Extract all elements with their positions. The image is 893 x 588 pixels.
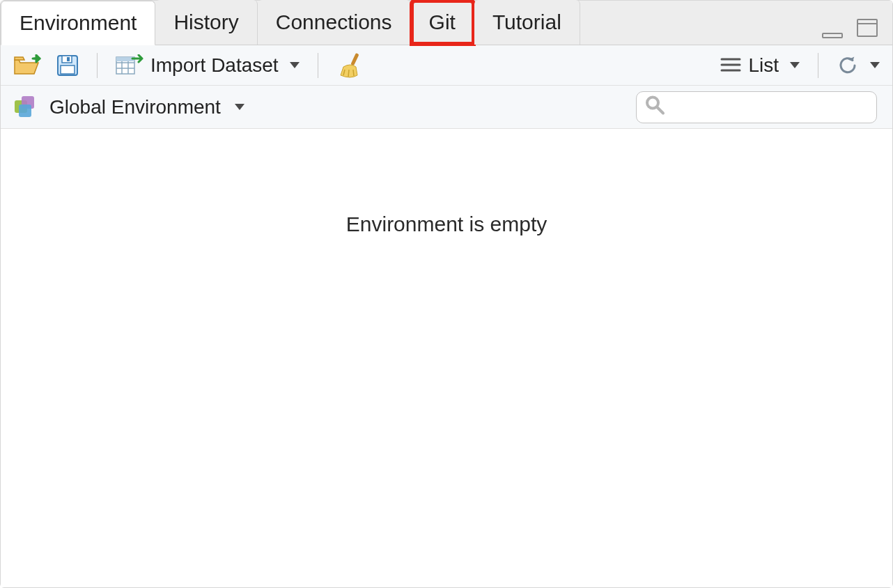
svg-line-16 [353, 70, 354, 76]
maximize-pane-button[interactable] [853, 15, 883, 42]
svg-rect-1 [857, 20, 877, 36]
svg-rect-0 [823, 33, 842, 38]
environments-icon [12, 93, 40, 121]
view-mode-button[interactable]: List [717, 52, 802, 79]
search-input[interactable] [636, 91, 877, 123]
tab-strip: Environment History Connections Git Tuto… [1, 1, 892, 45]
toolbar-separator [818, 53, 818, 78]
chevron-down-icon [235, 104, 244, 110]
maximize-icon [856, 18, 880, 39]
import-dataset-button[interactable]: Import Dataset [113, 52, 302, 79]
search-field-wrap [636, 91, 877, 123]
view-mode-label: List [748, 54, 779, 77]
environment-empty-message: Environment is empty [346, 212, 547, 236]
folder-open-icon [13, 54, 41, 77]
tab-environment[interactable]: Environment [1, 1, 155, 45]
grid-import-icon [116, 54, 143, 77]
environment-scope-label: Global Environment [49, 96, 221, 118]
list-icon [720, 56, 741, 75]
environment-scope-button[interactable]: Global Environment [12, 93, 244, 121]
minimize-icon [821, 26, 845, 39]
svg-rect-5 [67, 57, 70, 61]
refresh-icon [837, 54, 859, 77]
tab-connections[interactable]: Connections [258, 0, 411, 45]
import-dataset-label: Import Dataset [150, 54, 279, 77]
pane-window-controls [818, 15, 883, 42]
refresh-button[interactable] [834, 52, 883, 79]
tab-git[interactable]: Git [411, 0, 474, 45]
tab-tutorial[interactable]: Tutorial [474, 0, 580, 45]
clear-environment-button[interactable] [334, 49, 367, 82]
environment-pane: Environment History Connections Git Tuto… [0, 0, 893, 588]
tab-label: Tutorial [492, 10, 561, 34]
tab-label: History [173, 10, 238, 34]
tab-label: Connections [276, 10, 392, 34]
svg-line-24 [657, 107, 663, 114]
tab-label: Environment [20, 11, 137, 35]
environment-content: Environment is empty [1, 129, 892, 587]
tab-label: Git [429, 10, 456, 34]
svg-line-15 [348, 70, 349, 77]
tab-history[interactable]: History [155, 0, 257, 45]
chevron-down-icon [790, 62, 800, 68]
environment-scope-bar: Global Environment [1, 86, 892, 129]
save-workspace-button[interactable] [54, 52, 81, 79]
svg-rect-22 [19, 105, 31, 117]
environment-toolbar: Import Dataset List [1, 45, 892, 86]
svg-rect-6 [61, 65, 75, 74]
chevron-down-icon [290, 62, 300, 68]
svg-rect-13 [350, 52, 359, 65]
toolbar-separator [318, 53, 318, 78]
toolbar-separator [97, 53, 98, 78]
load-workspace-button[interactable] [10, 52, 44, 79]
minimize-pane-button[interactable] [818, 24, 848, 42]
chevron-down-icon [870, 62, 880, 68]
broom-icon [336, 52, 364, 79]
save-icon [56, 54, 79, 77]
search-icon [644, 95, 665, 121]
